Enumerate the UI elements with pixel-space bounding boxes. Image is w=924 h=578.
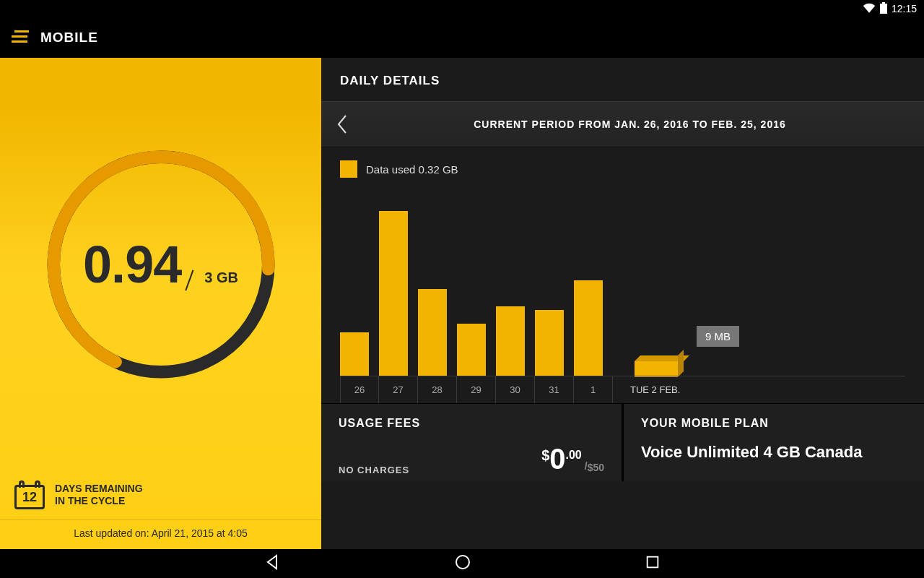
svg-point-4: [456, 556, 469, 569]
axis-tick: 30: [496, 376, 535, 403]
plan-name: Voice Unlimited 4 GB Canada: [641, 443, 907, 462]
days-remaining-line2: IN THE CYCLE: [55, 495, 143, 507]
nav-recent-button[interactable]: [645, 554, 661, 573]
svg-rect-1: [882, 2, 885, 4]
last-updated-label: Last updated on: April 21, 2015 at 4:05: [0, 520, 321, 549]
chevron-left-icon[interactable]: [336, 114, 350, 134]
slash-divider: [186, 269, 194, 290]
legend-swatch-icon: [340, 160, 357, 178]
chart-bar[interactable]: [418, 289, 447, 376]
wifi-icon: [863, 3, 876, 15]
chart-legend: Data used 0.32 GB: [321, 147, 924, 178]
axis-tick: 1: [574, 376, 613, 403]
daily-details-header: DAILY DETAILS: [321, 58, 924, 101]
details-panel: DAILY DETAILS CURRENT PERIOD FROM JAN. 2…: [321, 58, 924, 549]
fees-amount: $ 0 .00 / $50: [541, 443, 604, 475]
chart-bar[interactable]: [535, 310, 564, 376]
screen-title: MOBILE: [40, 30, 98, 46]
usage-fees-header: USAGE FEES: [339, 417, 604, 430]
svg-rect-0: [880, 4, 887, 14]
axis-tick: 31: [535, 376, 574, 403]
chart-bar[interactable]: [457, 324, 486, 376]
axis-tick: 27: [379, 376, 418, 403]
axis-today-label: TUE 2 FEB.: [613, 376, 905, 403]
android-status-bar: 12:15: [0, 0, 924, 17]
period-selector: CURRENT PERIOD FROM JAN. 26, 2016 TO FEB…: [321, 101, 924, 147]
usage-summary-panel: 0.94 3 GB 12 DAYS REMAINING IN THE CYCLE…: [0, 58, 321, 549]
calendar-icon: 12: [14, 480, 45, 509]
usage-fees-card[interactable]: USAGE FEES NO CHARGES $ 0 .00 / $50: [321, 404, 624, 481]
android-nav-bar: [0, 549, 924, 578]
data-usage-gauge: 0.94 3 GB: [35, 138, 287, 391]
status-time: 12:15: [892, 3, 917, 14]
battery-icon: [880, 2, 887, 16]
days-remaining-number: 12: [14, 485, 45, 509]
mobile-plan-header: YOUR MOBILE PLAN: [641, 417, 907, 430]
axis-tick: 28: [418, 376, 457, 403]
menu-icon[interactable]: [12, 30, 30, 45]
daily-usage-chart[interactable]: 9 MB 2627282930311TUE 2 FEB.: [340, 186, 905, 403]
chart-bar[interactable]: [574, 280, 603, 376]
title-bar: MOBILE: [0, 17, 924, 58]
chart-bar-selected[interactable]: [635, 361, 678, 377]
no-charges-label: NO CHARGES: [339, 465, 409, 475]
mobile-plan-card[interactable]: YOUR MOBILE PLAN Voice Unlimited 4 GB Ca…: [624, 404, 924, 481]
days-remaining-line1: DAYS REMAINING: [55, 483, 143, 495]
legend-label: Data used 0.32 GB: [366, 163, 458, 176]
nav-home-button[interactable]: [454, 553, 471, 574]
nav-back-button[interactable]: [263, 553, 281, 574]
svg-rect-5: [648, 557, 658, 568]
axis-tick: 26: [340, 376, 379, 403]
usage-value: 0.94: [83, 235, 181, 294]
usage-total: 3 GB: [204, 269, 238, 286]
chart-bar[interactable]: [379, 211, 408, 376]
chart-bar[interactable]: [496, 306, 525, 376]
days-remaining-row[interactable]: 12 DAYS REMAINING IN THE CYCLE: [0, 470, 321, 520]
period-label: CURRENT PERIOD FROM JAN. 26, 2016 TO FEB…: [350, 118, 910, 130]
chart-bar[interactable]: [340, 332, 369, 376]
axis-tick: 29: [457, 376, 496, 403]
